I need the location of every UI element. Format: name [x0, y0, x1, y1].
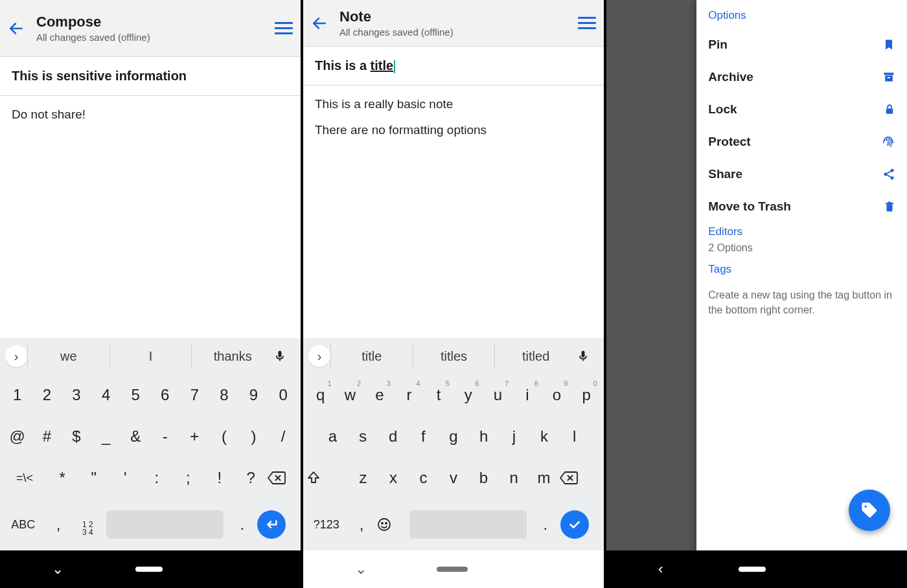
- key[interactable]: ): [239, 420, 269, 453]
- nav-collapse-icon[interactable]: ⌄: [52, 561, 63, 578]
- key-symbols[interactable]: ?123: [306, 510, 347, 539]
- key[interactable]: t5: [424, 378, 454, 412]
- key-comma[interactable]: ,: [347, 508, 376, 541]
- key-1234[interactable]: 1 23 4: [73, 505, 102, 544]
- key[interactable]: _: [91, 420, 121, 453]
- key[interactable]: i8: [512, 378, 542, 412]
- suggestion[interactable]: we: [27, 344, 109, 369]
- key[interactable]: =\<: [3, 464, 47, 493]
- option-archive[interactable]: Archive: [708, 61, 895, 93]
- key[interactable]: 0: [268, 378, 298, 412]
- key[interactable]: c: [408, 461, 439, 495]
- key[interactable]: (: [209, 420, 239, 453]
- key[interactable]: r4: [395, 378, 424, 412]
- key[interactable]: ': [109, 461, 141, 495]
- key[interactable]: 6: [150, 378, 180, 412]
- key[interactable]: b: [468, 461, 499, 495]
- key[interactable]: z: [348, 461, 378, 495]
- key-comma[interactable]: ,: [43, 508, 73, 541]
- key-period[interactable]: .: [227, 508, 257, 541]
- key-done[interactable]: [560, 503, 601, 547]
- note-title-field[interactable]: This is a title: [303, 47, 604, 85]
- key[interactable]: w2: [336, 378, 365, 412]
- key[interactable]: 2: [32, 378, 62, 412]
- key[interactable]: h: [468, 420, 499, 453]
- key[interactable]: j: [499, 420, 529, 453]
- key[interactable]: @: [3, 420, 32, 453]
- key-period[interactable]: .: [531, 508, 560, 541]
- key-shift[interactable]: [306, 462, 348, 493]
- key[interactable]: +: [180, 420, 210, 453]
- suggestion[interactable]: titles: [413, 344, 495, 369]
- key-abc[interactable]: ABC: [3, 510, 43, 539]
- nav-home-icon[interactable]: [739, 567, 766, 572]
- key[interactable]: o9: [542, 378, 572, 412]
- option-share[interactable]: Share: [708, 158, 895, 190]
- expand-icon[interactable]: ›: [5, 345, 27, 367]
- key-backspace[interactable]: [559, 463, 601, 493]
- nav-home-icon[interactable]: [437, 567, 468, 572]
- mic-icon[interactable]: [273, 348, 295, 364]
- key[interactable]: 5: [121, 378, 150, 412]
- nav-collapse-icon[interactable]: ⌄: [355, 561, 367, 578]
- key[interactable]: v: [439, 461, 469, 495]
- suggestion[interactable]: I: [109, 344, 192, 369]
- option-pin[interactable]: Pin: [708, 28, 895, 61]
- key[interactable]: u7: [483, 378, 513, 412]
- key-enter[interactable]: [257, 503, 298, 547]
- mic-icon[interactable]: [577, 348, 599, 364]
- note-body-field[interactable]: This is a really basic note There are no…: [303, 85, 604, 338]
- key[interactable]: 3: [62, 378, 91, 412]
- key[interactable]: ?: [235, 461, 267, 495]
- key[interactable]: 4: [91, 378, 121, 412]
- key[interactable]: k: [529, 420, 560, 453]
- key[interactable]: a: [317, 420, 348, 453]
- key[interactable]: !: [204, 461, 236, 495]
- key[interactable]: e3: [365, 378, 395, 412]
- key[interactable]: y6: [454, 378, 483, 412]
- expand-icon[interactable]: ›: [308, 345, 330, 367]
- key-space[interactable]: [409, 510, 527, 539]
- key[interactable]: p0: [571, 378, 601, 412]
- key[interactable]: #: [32, 420, 62, 453]
- key[interactable]: d: [378, 420, 408, 453]
- key[interactable]: :: [141, 461, 172, 495]
- note-title-field[interactable]: This is sensitive information: [0, 57, 301, 96]
- key[interactable]: 1: [3, 378, 32, 412]
- back-icon[interactable]: [311, 15, 328, 32]
- note-body-field[interactable]: Do not share!: [0, 96, 301, 338]
- key-emoji[interactable]: [376, 509, 406, 540]
- key[interactable]: -: [150, 420, 180, 453]
- key[interactable]: q1: [306, 378, 336, 412]
- key[interactable]: ;: [172, 461, 204, 495]
- option-move-to-trash[interactable]: Move to Trash: [708, 190, 895, 223]
- key[interactable]: /: [268, 420, 298, 453]
- key[interactable]: 7: [180, 378, 210, 412]
- key[interactable]: f: [408, 420, 439, 453]
- key[interactable]: x: [378, 461, 409, 495]
- suggestion[interactable]: title: [330, 344, 413, 369]
- nav-back-icon[interactable]: ‹: [658, 561, 663, 578]
- option-lock[interactable]: Lock: [708, 93, 895, 126]
- add-tag-button[interactable]: [849, 490, 890, 531]
- key[interactable]: 8: [209, 378, 239, 412]
- key-backspace[interactable]: [267, 463, 299, 493]
- menu-icon[interactable]: [275, 19, 293, 38]
- key[interactable]: g: [439, 420, 469, 453]
- suggestion[interactable]: titled: [494, 344, 577, 369]
- key[interactable]: l: [559, 420, 590, 453]
- key[interactable]: *: [47, 461, 78, 495]
- key-space[interactable]: [106, 510, 224, 539]
- suggestion[interactable]: thanks: [191, 344, 273, 369]
- key[interactable]: 9: [239, 378, 269, 412]
- back-icon[interactable]: [8, 20, 25, 37]
- menu-icon[interactable]: [578, 14, 596, 32]
- key[interactable]: m: [529, 461, 559, 495]
- key[interactable]: &: [121, 420, 150, 453]
- option-protect[interactable]: Protect: [708, 126, 895, 158]
- key[interactable]: s: [348, 420, 378, 453]
- key[interactable]: ": [78, 461, 109, 495]
- key[interactable]: n: [499, 461, 529, 495]
- nav-home-icon[interactable]: [135, 567, 163, 572]
- key[interactable]: $: [62, 420, 91, 453]
